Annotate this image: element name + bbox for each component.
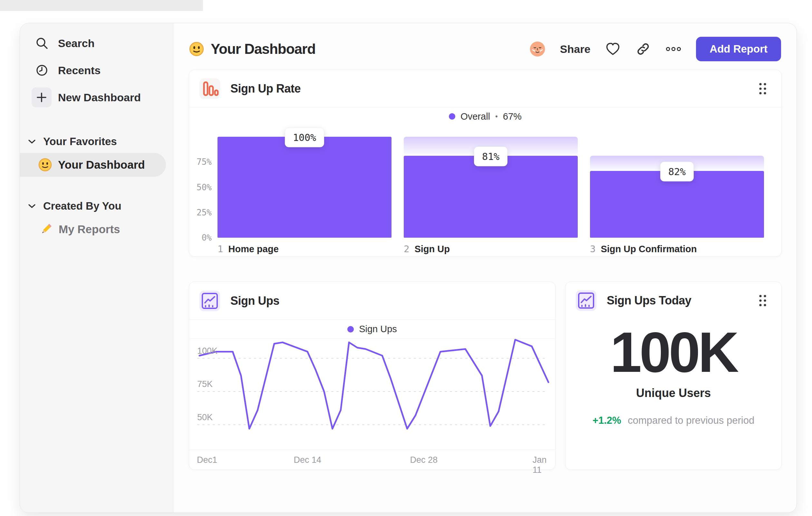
chevron-down-icon [28, 203, 36, 209]
line-xtick-label: Dec1 [197, 455, 217, 465]
sidebar-item-label: Search [58, 37, 94, 50]
funnel-step-name: Sign Up Confirmation [601, 244, 697, 254]
card-title: Sign Ups Today [607, 294, 691, 307]
sidebar: Search Recents New Dashboard [20, 23, 173, 512]
line-ytick-label: 100K [197, 346, 218, 356]
funnel-ytick-label: 50% [189, 183, 212, 192]
line-series [199, 340, 548, 429]
sidebar-item-label: Your Dashboard [58, 158, 145, 171]
legend-label: Overall [460, 111, 490, 122]
chevron-down-icon [28, 139, 36, 144]
line-ytick-label: 75K [197, 379, 213, 389]
legend-separator: • [495, 112, 498, 120]
plus-icon [32, 87, 52, 107]
search-icon [35, 36, 49, 50]
funnel-value-tooltip: 100% [285, 128, 324, 147]
funnel-value-tooltip: 82% [660, 162, 694, 182]
funnel-ytick-label: 25% [189, 208, 212, 217]
line-plot: 100K75K50KDec1Dec 14Dec 28Jan 11 [189, 338, 555, 469]
sign-ups-card: Sign Ups Sign Ups 100K75K50KDec1Dec 14De… [189, 281, 555, 470]
funnel-ytick-label: 75% [189, 157, 212, 167]
app-window: Search Recents New Dashboard [20, 23, 797, 513]
legend-label: Sign Ups [359, 324, 397, 334]
metric-delta: +1.2% [592, 415, 621, 426]
line-xtick-label: Dec 28 [410, 455, 438, 465]
funnel-legend[interactable]: Overall • 67% [189, 107, 781, 126]
sidebar-item-recents[interactable]: Recents [20, 57, 173, 84]
more-icon[interactable] [666, 41, 681, 57]
sidebar-section-label: Your Favorites [43, 135, 117, 148]
funnel-chart-icon [199, 78, 220, 99]
drag-handle-icon[interactable] [758, 82, 767, 96]
legend-value: 67% [503, 111, 522, 122]
sidebar-item-search[interactable]: Search [20, 30, 173, 57]
card-title: Sign Ups [230, 294, 279, 308]
funnel-step-number: 2 [404, 243, 409, 254]
screen: Search Recents New Dashboard [0, 0, 812, 516]
sidebar-item-your-dashboard[interactable]: Your Dashboard [20, 153, 166, 177]
legend-dot [449, 113, 455, 120]
background-window-edge [0, 0, 203, 11]
funnel-step-number: 1 [218, 243, 223, 254]
main-content: Your Dashboard Share [173, 23, 796, 512]
line-ytick-label: 50K [197, 412, 213, 423]
sidebar-item-label: Recents [58, 64, 100, 77]
sidebar-item-new-dashboard[interactable]: New Dashboard [20, 84, 173, 111]
clock-icon [35, 63, 49, 77]
sign-up-rate-card: Sign Up Rate Overall • 67% 75%50%25%0%10… [189, 70, 782, 257]
card-title: Sign Up Rate [230, 82, 301, 96]
funnel-bar[interactable] [218, 137, 392, 238]
legend-dot [347, 326, 354, 332]
metric-label: Unique Users [566, 386, 781, 400]
funnel-step-label: 3Sign Up Confirmation [590, 243, 697, 254]
line-chart-icon [199, 291, 220, 311]
line-chart-icon [576, 290, 597, 311]
sidebar-section-label: Created By You [43, 200, 121, 212]
sidebar-item-my-reports[interactable]: My Reports [20, 217, 173, 241]
line-xtick-label: Jan 11 [533, 455, 548, 475]
metric-delta-caption: compared to previous period [628, 415, 754, 426]
page-title: Your Dashboard [211, 41, 315, 57]
sidebar-item-label: My Reports [59, 223, 120, 236]
line-xtick-label: Dec 14 [294, 455, 321, 465]
line-legend[interactable]: Sign Ups [189, 320, 555, 338]
pencil-emoji [39, 222, 53, 236]
funnel-step-number: 3 [590, 243, 596, 254]
funnel-ytick-label: 0% [189, 233, 212, 243]
sidebar-section-your-favorites[interactable]: Your Favorites [20, 130, 173, 153]
add-report-button[interactable]: Add Report [696, 37, 781, 61]
funnel-step-label: 2Sign Up [404, 243, 450, 254]
funnel-step-name: Home page [228, 244, 279, 254]
avatar[interactable] [530, 41, 545, 57]
smiley-emoji [38, 158, 52, 172]
funnel-value-tooltip: 81% [474, 147, 508, 166]
dashboard-header: Your Dashboard Share [189, 36, 781, 62]
funnel-step-name: Sign Up [414, 244, 450, 254]
funnel-bar[interactable] [404, 156, 578, 238]
funnel-step-label: 1Home page [218, 243, 279, 254]
sign-ups-today-card: Sign Ups Today 100K Unique Users +1.2% c… [565, 281, 782, 470]
link-icon[interactable] [635, 41, 651, 57]
sidebar-item-label: New Dashboard [58, 91, 141, 104]
metric-value: 100K [566, 324, 781, 381]
sidebar-section-created-by-you[interactable]: Created By You [20, 195, 173, 217]
smiley-emoji [189, 41, 204, 57]
share-button[interactable]: Share [560, 43, 591, 55]
funnel-plot: 75%50%25%0%100%1Home page81%2Sign Up82%3… [189, 126, 781, 256]
heart-icon[interactable] [605, 41, 620, 57]
drag-handle-icon[interactable] [758, 294, 767, 308]
line-xaxis: Dec1Dec 14Dec 28Jan 11 [189, 450, 555, 470]
